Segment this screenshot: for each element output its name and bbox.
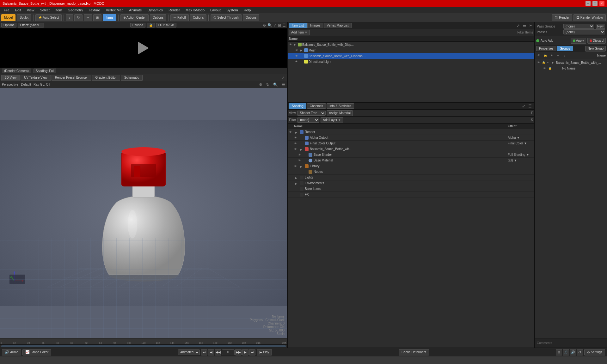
ctrl1[interactable]: ⊞ bbox=[556, 349, 562, 355]
render-btn[interactable]: 🎬 Render bbox=[552, 14, 573, 21]
tab-uv-texture[interactable]: UV Texture View bbox=[21, 75, 51, 81]
groups-minus-icon[interactable]: − bbox=[555, 54, 561, 57]
groups-lock-icon[interactable]: 🔒 bbox=[543, 54, 548, 57]
menu-edit[interactable]: Edit bbox=[13, 8, 24, 13]
final-color-effect[interactable]: Final Color ▼ bbox=[508, 142, 533, 145]
item-list-content[interactable]: 👁 ▶ Balsamic_Sauce_Bottle_with_Disp... 👁… bbox=[288, 42, 534, 102]
assign-material-btn[interactable]: Assign Material bbox=[327, 110, 353, 116]
skip-end-btn[interactable]: ⏭ bbox=[249, 349, 255, 355]
lock-icon[interactable]: 🔒 bbox=[147, 23, 155, 27]
model-btn[interactable]: Model bbox=[1, 14, 15, 21]
move-btn[interactable]: ↕ bbox=[66, 14, 73, 21]
tab-groups[interactable]: Groups bbox=[557, 46, 573, 51]
vp-gear-icon[interactable]: ⚙ bbox=[259, 82, 262, 87]
render-window-btn[interactable]: 🖼 Render Window bbox=[573, 14, 606, 21]
item-list-expand[interactable]: ⤢ bbox=[515, 23, 521, 28]
transform-btn[interactable]: ⊞ bbox=[93, 14, 101, 21]
tree-item-root[interactable]: 👁 ▶ Balsamic_Sauce_Bottle_with_Disp... bbox=[288, 42, 534, 47]
view-select[interactable]: Shader Tree bbox=[297, 111, 326, 116]
scale-btn[interactable]: ⇔ bbox=[84, 14, 92, 21]
preview-icon5[interactable]: ☰ bbox=[282, 23, 286, 27]
tab-schematic[interactable]: Schematic bbox=[121, 75, 143, 81]
tree-item-light[interactable]: 👁 Directional Light bbox=[288, 59, 534, 64]
menu-maxtomodo[interactable]: MaxToModo bbox=[183, 8, 207, 13]
shader-row-nodes[interactable]: Nodes bbox=[288, 169, 534, 175]
add-tab-btn[interactable]: + bbox=[143, 76, 149, 80]
tab-vertex-map[interactable]: Vertex Map List bbox=[324, 23, 352, 28]
vis-toggle-render[interactable]: 👁 bbox=[289, 130, 294, 134]
shader-row-bake[interactable]: Bake Items bbox=[288, 186, 534, 192]
options1-btn[interactable]: Options bbox=[150, 14, 166, 21]
skip-start-btn[interactable]: ⏮ bbox=[201, 349, 207, 355]
base-material-effect[interactable]: (all) ▼ bbox=[508, 159, 533, 162]
vis-toggle-base-material[interactable]: 👁 bbox=[298, 159, 303, 162]
shader-row-final-color[interactable]: 👁 Final Color Output Final Color ▼ bbox=[288, 141, 534, 146]
shader-row-balsamic[interactable]: 👁 ▶ Balsamic_Sauce_Bottle_wit... bbox=[288, 146, 534, 152]
ctrl2[interactable]: 🎵 bbox=[563, 349, 569, 355]
minimize-btn[interactable]: ─ bbox=[586, 1, 591, 6]
expand-btn[interactable]: ⤢ bbox=[280, 76, 286, 80]
shader-row-render[interactable]: 👁 ▶ Render bbox=[288, 129, 534, 135]
groups-content[interactable]: 👁 🔒 + ▶ Balsamic_Sauce_Bottle_with_... 👁… bbox=[535, 59, 607, 338]
menu-vertex-map[interactable]: Vertex Map bbox=[103, 8, 126, 13]
next-frame-btn[interactable]: ▶ bbox=[242, 349, 248, 355]
add-layer-btn[interactable]: Add Layer ▼ bbox=[321, 117, 343, 123]
menu-system[interactable]: System bbox=[224, 8, 241, 13]
apply-btn[interactable]: Apply bbox=[571, 38, 586, 44]
tree-item-bottle[interactable]: 👁 Balsamic_Sauce_Bottle_with_Dispens ... bbox=[288, 53, 534, 59]
menu-view[interactable]: View bbox=[24, 8, 37, 13]
rotate-btn[interactable]: ↻ bbox=[74, 14, 83, 21]
tab-properties[interactable]: Properties bbox=[536, 46, 556, 51]
prev-frame-btn[interactable]: ◀ bbox=[208, 349, 214, 355]
paused-btn[interactable]: Paused bbox=[130, 23, 145, 27]
options3-btn[interactable]: Options bbox=[243, 14, 259, 21]
effect-btn[interactable]: Options bbox=[1, 23, 16, 27]
tab-gradient[interactable]: Gradient Editor bbox=[92, 75, 120, 81]
vis-toggle-base-shader[interactable]: 👁 bbox=[298, 153, 303, 156]
perspective-label[interactable]: Perspective bbox=[2, 83, 18, 86]
groups-plus-icon[interactable]: + bbox=[549, 54, 555, 57]
new-group-btn[interactable]: New Group bbox=[585, 46, 606, 52]
play-fwd-btn[interactable]: ▶▶ bbox=[235, 349, 242, 355]
preview-icon2[interactable]: 🔍 bbox=[267, 23, 272, 27]
action-center-btn[interactable]: ⊕ Action Center bbox=[120, 14, 149, 21]
item-list-settings[interactable]: ☰ bbox=[522, 23, 528, 28]
default-label[interactable]: Default bbox=[21, 83, 31, 86]
menu-item[interactable]: Item bbox=[53, 8, 64, 13]
menu-animate[interactable]: Animate bbox=[126, 8, 144, 13]
preview-icon3[interactable]: ⤢ bbox=[273, 23, 277, 27]
group-row-noname[interactable]: 👁 🔒 + No Name bbox=[536, 65, 606, 71]
tab-channels[interactable]: Channels bbox=[307, 103, 326, 109]
shader-row-library[interactable]: 👁 ▶ Library bbox=[288, 163, 534, 169]
lut-btn[interactable]: LUT: sRGB bbox=[156, 23, 176, 27]
items-btn[interactable]: Items bbox=[103, 14, 116, 21]
group-row-root[interactable]: 👁 🔒 + ▶ Balsamic_Sauce_Bottle_with_... bbox=[536, 60, 606, 65]
frame-range-bar[interactable] bbox=[0, 344, 287, 348]
play-button[interactable] bbox=[138, 42, 149, 54]
pass-groups-new-btn[interactable]: New bbox=[596, 24, 605, 29]
base-shader-effect[interactable]: Full Shading ▼ bbox=[508, 153, 533, 156]
select-through-btn[interactable]: ⬡ Select Through bbox=[211, 14, 241, 21]
render-camera-btn[interactable]: (Render Camera) bbox=[2, 69, 31, 73]
falloff-btn[interactable]: 〰 Falloff bbox=[170, 14, 189, 21]
vp-zoom-icon[interactable]: 🔍 bbox=[273, 82, 278, 87]
shader-row-alpha[interactable]: 👁 Alpha Output Alpha ▼ bbox=[288, 135, 534, 141]
groups-eye-icon[interactable]: 👁 bbox=[536, 54, 542, 57]
menu-dynamics[interactable]: Dynamics bbox=[145, 8, 165, 13]
audio-btn[interactable]: 🔊 Audio bbox=[2, 349, 21, 355]
shader-row-base-shader[interactable]: 👁 Base Shader Full Shading ▼ bbox=[288, 152, 534, 158]
sculpt-btn[interactable]: Sculpt bbox=[17, 14, 31, 21]
tab-render-preset[interactable]: Render Preset Browser bbox=[52, 75, 91, 81]
shader-row-fx[interactable]: FX bbox=[288, 192, 534, 197]
cache-deformers-btn[interactable]: Cache Deformers bbox=[399, 349, 429, 355]
maximize-btn[interactable]: □ bbox=[592, 1, 598, 6]
shading-btn[interactable]: Shading: Full bbox=[34, 69, 56, 73]
shader-settings[interactable]: ☰ bbox=[527, 104, 533, 108]
item-list-pin[interactable]: F bbox=[528, 23, 533, 28]
3d-viewport[interactable]: No Items Polygons : Catmull-Clark Channe… bbox=[0, 88, 287, 338]
discard-btn[interactable]: Discard bbox=[587, 38, 606, 44]
ray-gl-label[interactable]: Ray GL: Off bbox=[34, 83, 50, 86]
vis-toggle-final[interactable]: 👁 bbox=[294, 142, 299, 145]
shader-row-environments[interactable]: ▶ Environments bbox=[288, 180, 534, 186]
vis-toggle-alpha[interactable]: 👁 bbox=[294, 136, 299, 139]
